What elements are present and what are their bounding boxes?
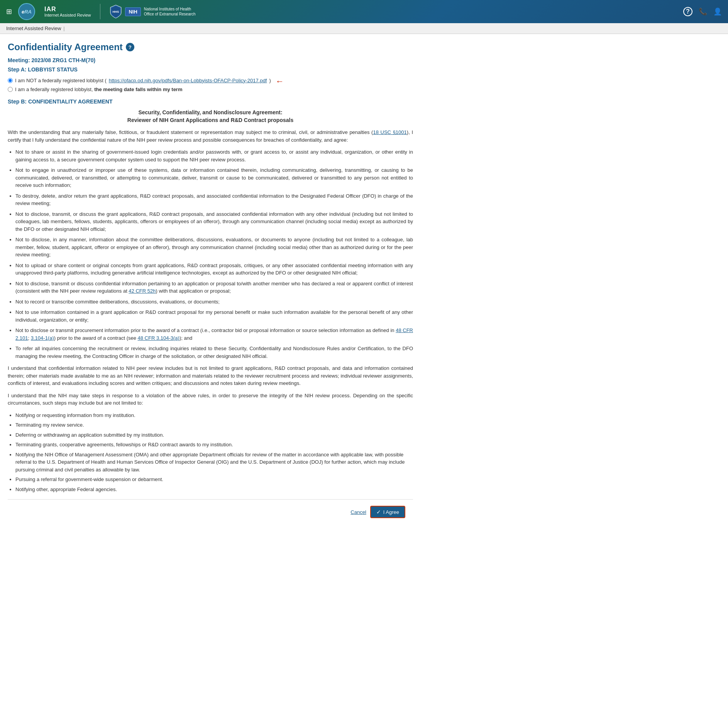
bullet-item-2: Not to engage in unauthorized or imprope… xyxy=(15,166,413,189)
era-logo-circle: eRA xyxy=(18,3,35,20)
usc-1001-link[interactable]: 18 USC §1001 xyxy=(373,129,406,135)
page-title-group: Confidentiality Agreement ? xyxy=(8,42,413,53)
page-title-text: Confidentiality Agreement xyxy=(8,42,123,53)
bullet-item-3: To destroy, delete, and/or return the gr… xyxy=(15,192,413,207)
breadcrumb-item-iar: Internet Assisted Review xyxy=(6,25,61,31)
red-arrow-indicator: ← xyxy=(276,76,284,86)
nih-badge: NIH xyxy=(125,7,141,16)
lobbyist-not-radio[interactable] xyxy=(8,78,13,83)
bullet-item-7: Not to disclose, transmit or discuss con… xyxy=(15,280,413,295)
header-divider xyxy=(100,4,100,19)
step-b-label: Step B: CONFIDENTIALITY AGREEMENT xyxy=(8,98,413,105)
bullet-item-6: Not to upload or share content or origin… xyxy=(15,262,413,277)
cfr-52h-link[interactable]: 42 CFR 52h xyxy=(129,288,156,294)
lobbyist-option1-row: I am NOT a federally registered lobbyist… xyxy=(8,76,413,86)
agreement-title-line1: Security, Confidentiality, and Nondisclo… xyxy=(8,109,413,115)
agree-checkmark: ✓ xyxy=(376,509,381,515)
apps-grid-icon[interactable]: ⊞ xyxy=(6,7,12,16)
lobbyist-radio-group: I am NOT a federally registered lobbyist… xyxy=(8,76,413,92)
bullet-item-11: To refer all inquiries concerning the re… xyxy=(15,345,413,360)
penalty-item-1: Notifying or requesting information from… xyxy=(15,412,413,419)
user-profile-icon[interactable]: 👤 xyxy=(713,7,722,16)
agree-label: I Agree xyxy=(383,509,399,515)
svg-text:HHS: HHS xyxy=(113,10,120,14)
penalty-item-4: Terminating grants, cooperative agreemen… xyxy=(15,441,413,449)
agreement-intro: With the understanding that any material… xyxy=(8,129,413,144)
agreement-para3: I understand that the NIH may take steps… xyxy=(8,392,413,407)
page-help-icon[interactable]: ? xyxy=(126,43,134,51)
bullet-item-10: Not to disclose or transmit procurement … xyxy=(15,327,413,342)
cfr-3104-1a-link[interactable]: 3.104-1(a) xyxy=(31,335,54,341)
penalty-item-6: Pursuing a referral for government-wide … xyxy=(15,476,413,483)
agreement-title-line2: Reviewer of NIH Grant Applications and R… xyxy=(8,117,413,123)
cfr-3104-3a-link[interactable]: 48 CFR 3.104-3(a) xyxy=(138,335,179,341)
nih-org-text: National Institutes of Health Office of … xyxy=(144,7,196,17)
cancel-button[interactable]: Cancel xyxy=(350,509,366,515)
bullet-item-5: Not to disclose, in any manner, informat… xyxy=(15,236,413,259)
penalty-item-5: Notifying the NIH Office of Management A… xyxy=(15,451,413,474)
header-app-title: IAR Internet Assisted Review xyxy=(44,6,91,17)
iar-subtitle: Internet Assisted Review xyxy=(44,13,91,17)
step-a-label: Step A: LOBBYIST STATUS xyxy=(8,66,413,73)
nih-logo-group: HHS NIH National Institutes of Health Of… xyxy=(110,4,195,19)
penalty-item-3: Deferring or withdrawing an application … xyxy=(15,431,413,439)
main-content: Confidentiality Agreement ? Meeting: 202… xyxy=(0,34,425,536)
header-right: ? 📞 👤 xyxy=(683,7,722,16)
header-left: ⊞ eRA IAR Internet Assisted Review HHS N… xyxy=(6,3,196,20)
help-icon[interactable]: ? xyxy=(683,7,692,16)
cfr-2101-link[interactable]: 48 CFR 2.101 xyxy=(15,327,413,341)
footer-actions: Cancel ✓ I Agree xyxy=(8,499,413,524)
meeting-label: Meeting: 2023/08 ZRG1 CTH-M(70) xyxy=(8,57,413,63)
lobbyist-is-radio[interactable] xyxy=(8,87,13,92)
agreement-bullet-list: Not to share or assist in the sharing of… xyxy=(15,148,413,360)
bullet-item-8: Not to record or transcribe committee de… xyxy=(15,298,413,306)
lobbyist-policy-link[interactable]: https://ofacp.od.nih.gov/pdfs/Ban-on-Lob… xyxy=(109,78,267,83)
lobbyist-option2-bold: the meeting date falls within my term xyxy=(94,86,182,92)
bullet-item-4: Not to disclose, transmit, or discuss th… xyxy=(15,210,413,233)
agreement-section: Security, Confidentiality, and Nondisclo… xyxy=(8,109,413,493)
lobbyist-option2: I am a federally registered lobbyist, th… xyxy=(8,86,413,92)
era-logo-text: eRA xyxy=(22,9,32,15)
penalty-bullet-list: Notifying or requesting information from… xyxy=(15,412,413,493)
agree-button[interactable]: ✓ I Agree xyxy=(370,506,405,518)
breadcrumb-separator: | xyxy=(63,25,64,31)
agreement-para2: I understand that confidential informati… xyxy=(8,364,413,387)
penalty-item-2: Terminating my review service. xyxy=(15,421,413,429)
bullet-item-1: Not to share or assist in the sharing of… xyxy=(15,148,413,163)
lobbyist-option1-close: ) xyxy=(269,78,271,83)
era-logo: eRA xyxy=(18,3,38,20)
iar-acronym: IAR xyxy=(44,6,91,13)
hhs-shield-icon: HHS xyxy=(110,4,122,19)
app-header: ⊞ eRA IAR Internet Assisted Review HHS N… xyxy=(0,0,728,23)
lobbyist-option1-text: I am NOT a federally registered lobbyist… xyxy=(15,78,107,83)
breadcrumb: Internet Assisted Review | xyxy=(0,23,728,34)
lobbyist-option2-text: I am a federally registered lobbyist, th… xyxy=(15,86,183,92)
penalty-item-7: Notifying other, appropriate Federal age… xyxy=(15,486,413,493)
bullet-item-9: Not to use information contained in a gr… xyxy=(15,308,413,324)
phone-icon[interactable]: 📞 xyxy=(699,7,707,16)
lobbyist-option1: I am NOT a federally registered lobbyist… xyxy=(8,78,271,83)
